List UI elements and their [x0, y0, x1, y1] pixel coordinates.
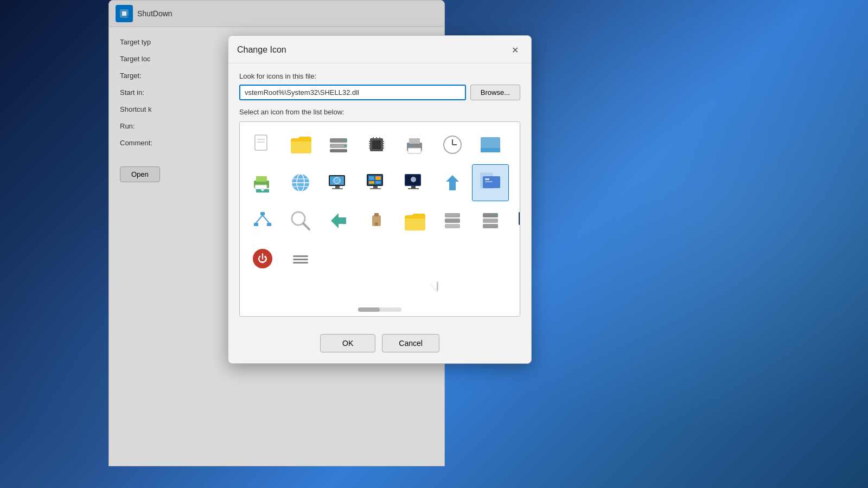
svg-rect-103	[445, 219, 460, 223]
icon-printer[interactable]	[396, 126, 433, 163]
select-icon-label: Select an icon from the list below:	[239, 108, 520, 116]
icon-more[interactable]	[282, 240, 319, 277]
icon-grid: ? ⏻	[244, 126, 515, 277]
desktop: ShutDown Target typ Target loc Target: S…	[0, 0, 868, 488]
icon-monitor-moon[interactable]	[396, 164, 433, 201]
svg-point-10	[344, 145, 346, 147]
scrollbar-track[interactable]	[358, 307, 401, 312]
svg-rect-32	[481, 148, 500, 152]
svg-line-93	[256, 215, 263, 223]
svg-rect-61	[369, 181, 374, 184]
svg-rect-106	[483, 219, 498, 223]
svg-rect-63	[373, 186, 378, 188]
svg-rect-68	[411, 186, 416, 188]
svg-rect-44	[256, 176, 267, 182]
dialog-footer: OK Cancel	[228, 325, 531, 363]
icon-monitor2[interactable]	[510, 202, 520, 239]
icon-arrow-green[interactable]	[320, 202, 357, 239]
svg-rect-45	[255, 185, 267, 189]
svg-rect-12	[372, 140, 381, 149]
icon-monitor-tiles[interactable]	[358, 164, 395, 201]
svg-rect-3	[255, 135, 267, 150]
icon-clock[interactable]	[434, 126, 471, 163]
svg-rect-104	[445, 224, 460, 228]
svg-point-108	[495, 214, 497, 216]
svg-rect-27	[410, 145, 412, 146]
icon-power-red[interactable]: ⏻	[244, 240, 281, 277]
svg-rect-90	[260, 212, 265, 215]
svg-rect-55	[335, 186, 340, 188]
look-for-label: Look for icons in this file:	[239, 72, 520, 80]
svg-rect-109	[519, 212, 520, 225]
svg-rect-92	[267, 223, 271, 226]
cancel-button[interactable]: Cancel	[382, 334, 439, 352]
svg-point-67	[411, 177, 416, 182]
browse-button[interactable]: Browse...	[470, 85, 520, 100]
svg-text:⏻: ⏻	[258, 253, 267, 264]
svg-marker-98	[331, 213, 346, 228]
change-icon-dialog: Change Icon ✕ Look for icons in this fil…	[228, 35, 532, 364]
svg-rect-64	[370, 188, 381, 189]
icon-floppy[interactable]	[510, 164, 520, 201]
svg-rect-8	[330, 149, 347, 152]
svg-rect-110	[520, 213, 520, 224]
svg-rect-56	[332, 188, 343, 189]
icon-monitor-globe[interactable]	[320, 164, 357, 201]
svg-marker-46	[256, 189, 269, 192]
svg-line-94	[263, 215, 269, 223]
icon-usb-drive[interactable]	[358, 202, 395, 239]
scrollbar-thumb	[358, 307, 380, 312]
icon-arrow-shortcut[interactable]	[510, 126, 520, 163]
svg-rect-121	[293, 262, 308, 264]
svg-rect-60	[375, 176, 381, 180]
svg-rect-102	[445, 213, 460, 217]
dialog-body: Look for icons in this file: Browse... S…	[228, 63, 531, 325]
svg-point-9	[344, 139, 346, 142]
svg-rect-100	[374, 213, 379, 216]
icon-network-lines[interactable]	[244, 202, 281, 239]
svg-rect-59	[369, 176, 374, 180]
close-icon: ✕	[512, 45, 519, 55]
svg-point-54	[334, 177, 340, 184]
svg-rect-62	[375, 181, 381, 184]
icon-yellow-folder[interactable]	[282, 126, 319, 163]
svg-rect-119	[293, 255, 308, 257]
icon-globe[interactable]	[282, 164, 319, 201]
icon-doc-code[interactable]	[472, 164, 509, 201]
file-path-input[interactable]	[239, 85, 466, 100]
dialog-titlebar: Change Icon ✕	[228, 36, 531, 63]
svg-rect-26	[408, 148, 421, 153]
svg-rect-69	[408, 188, 419, 189]
icon-printer-green[interactable]	[244, 164, 281, 201]
svg-point-101	[375, 222, 378, 226]
close-button[interactable]: ✕	[507, 42, 522, 57]
svg-rect-73	[485, 178, 489, 180]
icon-folder-yellow2[interactable]	[396, 202, 433, 239]
icon-grid-container[interactable]: ? ⏻	[239, 121, 520, 317]
icon-blank-doc[interactable]	[244, 126, 281, 163]
icon-server-gray[interactable]	[320, 126, 357, 163]
icon-server3[interactable]	[472, 202, 509, 239]
svg-rect-107	[483, 224, 498, 228]
icon-server2[interactable]	[434, 202, 471, 239]
ok-button[interactable]: OK	[320, 334, 375, 352]
icon-magnifier[interactable]	[282, 202, 319, 239]
svg-rect-74	[485, 181, 493, 182]
icon-arrow-up2[interactable]	[434, 164, 471, 201]
svg-rect-120	[293, 259, 308, 260]
svg-rect-91	[254, 223, 258, 226]
svg-marker-70	[446, 175, 459, 190]
svg-rect-25	[409, 138, 420, 144]
file-input-row: Browse...	[239, 85, 520, 100]
dialog-title: Change Icon	[237, 45, 286, 55]
icon-taskbar[interactable]	[472, 126, 509, 163]
icon-chip[interactable]	[358, 126, 395, 163]
svg-rect-75	[520, 174, 520, 191]
svg-line-97	[303, 223, 309, 229]
